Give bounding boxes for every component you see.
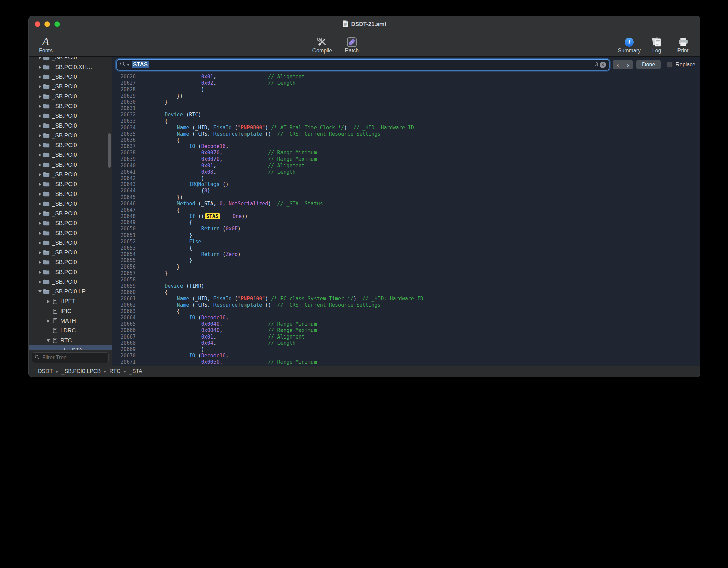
folder-icon [43, 94, 50, 99]
disclosure-triangle[interactable] [37, 124, 43, 128]
zoom-button[interactable] [54, 21, 60, 27]
tree-item[interactable]: _SB.PCI0 [29, 257, 112, 267]
tree-item-label: _SB.PCI0 [52, 162, 77, 168]
code-area[interactable]: 20626 0x01, // Alignment20627 0x02, // L… [112, 73, 700, 366]
tree-item[interactable]: _SB.PCI0 [29, 267, 112, 277]
line-number: 20671 [112, 359, 140, 365]
tree-item[interactable]: _SB.PCI0 [29, 57, 112, 62]
disclosure-triangle[interactable] [46, 339, 51, 342]
tree-item-label: _SB.PCI0 [52, 83, 77, 90]
disclosure-triangle[interactable] [37, 290, 43, 293]
tree-item[interactable]: _SB.PCI0 [29, 228, 112, 238]
disclosure-triangle[interactable] [37, 241, 43, 245]
tree-item[interactable]: _SB.PCI0 [29, 179, 112, 189]
tree-item-label: HPET [60, 298, 75, 305]
disclosure-triangle[interactable] [37, 95, 43, 98]
breadcrumb-item[interactable]: RTC [109, 368, 121, 375]
search-options-chevron-icon[interactable] [127, 64, 130, 66]
tree-item[interactable]: _SB.PCI0 [29, 209, 112, 218]
breadcrumb-item[interactable]: DSDT [38, 368, 53, 375]
tree-item[interactable]: RTC [29, 335, 112, 345]
disclosure-triangle[interactable] [37, 173, 43, 176]
disclosure-triangle[interactable] [37, 222, 43, 225]
tree-item[interactable]: _SB.PCI0 [29, 189, 112, 199]
tree-item[interactable]: _SB.PCI0 [29, 121, 112, 131]
tree-item[interactable]: _SB.PCI0.LP… [29, 287, 112, 296]
disclosure-triangle[interactable] [37, 183, 43, 186]
dsdt-tree[interactable]: _SB.PCI0_SB.PCI0.XH…_SB.PCI0_SB.PCI0_SB.… [29, 57, 112, 350]
code-line: 20642 ) [112, 175, 700, 182]
titlebar[interactable]: DSDT-21.aml [29, 16, 700, 32]
disclosure-triangle[interactable] [37, 134, 43, 137]
disclosure-triangle[interactable] [37, 57, 43, 59]
tree-item[interactable]: _SB.PCI0 [29, 160, 112, 170]
log-toolbar-button[interactable]: Log [646, 32, 667, 54]
disclosure-triangle[interactable] [37, 153, 43, 157]
tree-item[interactable]: _SB.PCI0 [29, 82, 112, 92]
tree-item[interactable]: _SB.PCI0 [29, 92, 112, 101]
disclosure-triangle[interactable] [37, 280, 43, 284]
disclosure-triangle[interactable] [37, 163, 43, 167]
summary-toolbar-button[interactable]: i Summary [618, 32, 641, 54]
line-number: 20667 [112, 334, 140, 340]
disclosure-triangle[interactable] [37, 66, 43, 69]
filter-tree-input[interactable] [42, 354, 113, 361]
disclosure-triangle[interactable] [37, 105, 43, 108]
find-next-button[interactable]: › [623, 60, 633, 69]
line-number: 20632 [112, 112, 140, 118]
sidebar-scrollbar-thumb[interactable] [108, 133, 111, 168]
disclosure-triangle[interactable] [37, 202, 43, 206]
tree-item[interactable]: _SB.PCI0.XH… [29, 62, 112, 72]
minimize-button[interactable] [44, 21, 50, 27]
tree-item[interactable]: _SB.PCI0 [29, 131, 112, 140]
tree-item[interactable]: _SB.PCI0 [29, 111, 112, 121]
disclosure-triangle[interactable] [37, 271, 43, 274]
tree-item[interactable]: MATH [29, 316, 112, 326]
close-button[interactable] [35, 21, 40, 27]
tree-item[interactable]: _SB.PCI0 [29, 72, 112, 82]
tree-item[interactable]: _SB.PCI0 [29, 170, 112, 179]
patch-toolbar-button[interactable]: Patch [341, 32, 362, 54]
disclosure-triangle[interactable] [37, 212, 43, 215]
find-previous-button[interactable]: ‹ [613, 60, 623, 69]
tree-item-label: _STA [69, 347, 82, 351]
search-match-highlight: STAS [205, 213, 220, 219]
fonts-toolbar-button[interactable]: A Fonts [35, 32, 56, 54]
tree-item[interactable]: _STA [29, 345, 112, 350]
tree-item[interactable]: _SB.PCI0 [29, 150, 112, 160]
tree-item[interactable]: _SB.PCI0 [29, 199, 112, 209]
clear-search-icon[interactable]: ✕ [600, 62, 606, 68]
breadcrumb-item[interactable]: _SB.PCI0.LPCB [62, 368, 101, 375]
tree-item[interactable]: _SB.PCI0 [29, 238, 112, 248]
done-button[interactable]: Done [636, 60, 661, 69]
disclosure-triangle[interactable] [46, 300, 51, 303]
disclosure-triangle[interactable] [37, 251, 43, 254]
tree-item[interactable]: IPIC [29, 306, 112, 316]
tree-item[interactable]: _SB.PCI0 [29, 248, 112, 257]
replace-label: Replace [675, 62, 695, 68]
disclosure-triangle[interactable] [37, 232, 43, 235]
disclosure-triangle[interactable] [37, 85, 43, 88]
code-line: 20670 IO (Decode16, [112, 353, 700, 359]
replace-checkbox[interactable] [667, 62, 673, 68]
filter-field[interactable] [32, 352, 109, 363]
tree-item[interactable]: _SB.PCI0 [29, 140, 112, 150]
print-toolbar-button[interactable]: Print [672, 32, 693, 54]
replace-wrap: Replace [667, 62, 695, 68]
disclosure-triangle[interactable] [37, 144, 43, 147]
disclosure-triangle[interactable] [37, 261, 43, 264]
tree-item[interactable]: LDRC [29, 326, 112, 335]
compile-toolbar-button[interactable]: Compile [312, 32, 333, 54]
breadcrumb-item[interactable]: _STA [129, 368, 142, 375]
tree-item[interactable]: _SB.PCI0 [29, 218, 112, 228]
tree-item[interactable]: _SB.PCI0 [29, 101, 112, 111]
disclosure-triangle[interactable] [37, 75, 43, 79]
disclosure-triangle[interactable] [37, 114, 43, 118]
line-number: 20653 [112, 245, 140, 251]
tree-item[interactable]: _SB.PCI0 [29, 277, 112, 287]
search-input[interactable]: STAS 3 ✕ [117, 60, 609, 70]
tree-item[interactable]: HPET [29, 296, 112, 306]
disclosure-triangle[interactable] [37, 192, 43, 196]
disclosure-triangle[interactable] [46, 319, 51, 323]
folder-icon [43, 230, 50, 236]
